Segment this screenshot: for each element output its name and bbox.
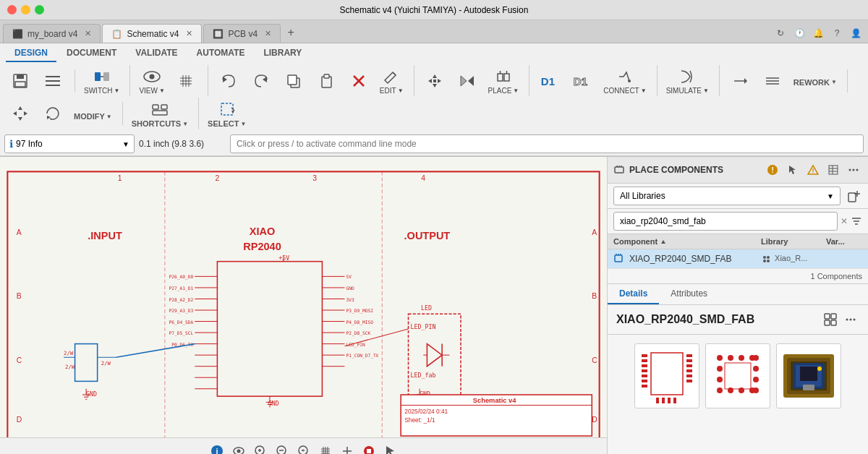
place-move-button[interactable] [419,69,451,93]
menu-tab-validate[interactable]: VALIDATE [127,45,186,62]
panel-table-icon[interactable] [825,161,842,179]
lines-icon [762,71,783,91]
tab-bar: ⬛ my_board v4 ✕ 📋 Schematic v4 ✕ 🔲 PCB v… [0,20,868,43]
tab-my-board[interactable]: ⬛ my_board v4 ✕ [3,24,101,43]
place-mirror-button[interactable] [451,69,483,93]
svg-rect-229 [686,374,692,377]
add-tab-button[interactable]: + [282,24,299,41]
canvas-stop-button[interactable] [361,443,377,455]
canvas-grid-button[interactable] [318,443,333,455]
simulate-label: SIMULATE ▼ [666,87,709,95]
tab-pcb[interactable]: 🔲 PCB v4 ✕ [203,24,281,43]
user-icon[interactable]: 👤 [849,27,862,40]
svg-rect-53 [221,103,233,115]
detail-grid-icon[interactable] [822,311,839,328]
search-settings-icon[interactable] [851,215,862,227]
command-input[interactable] [230,134,864,153]
copy-button[interactable] [278,69,310,93]
connect-button[interactable]: CONNECT ▼ [599,65,650,96]
help-icon[interactable]: ? [830,27,843,40]
grid-toggle-button[interactable] [170,69,202,93]
svg-text:D1: D1 [574,74,587,87]
modify-button[interactable]: MODIFY ▼ [69,105,116,122]
svg-rect-52 [153,111,167,115]
panel-more-icon[interactable] [845,161,862,179]
tab-pcb-close[interactable]: ✕ [265,29,271,38]
redo-button[interactable] [245,69,277,93]
clock-icon[interactable]: 🕐 [793,27,806,40]
menu-tab-design[interactable]: DESIGN [6,45,56,62]
tab-schematic[interactable]: 📋 Schematic v4 ✕ [102,24,202,43]
toolbar-group-shortcuts: SHORTCUTS ▼ [127,98,199,129]
canvas-eye-button[interactable] [231,443,247,455]
canvas-info-button[interactable]: i [209,443,225,455]
move-all-button[interactable] [4,102,36,125]
search-clear-button[interactable]: ✕ [841,216,848,226]
canvas-plus-button[interactable] [339,443,355,455]
view-button[interactable]: VIEW ▼ [135,65,169,96]
canvas-zoom-in-button[interactable] [252,443,268,455]
simulate-button[interactable]: SIMULATE ▼ [662,65,713,96]
select-button[interactable]: SELECT ▼ [203,98,250,129]
toolbar-group-select: SELECT ▼ [203,98,256,129]
maximize-button[interactable] [35,5,44,14]
close-button[interactable] [7,5,17,14]
rework-caret: ▼ [831,79,837,85]
canvas-cursor-button[interactable] [383,443,399,455]
rework-button[interactable]: REWORK ▼ [789,74,841,88]
panel-error-icon[interactable]: ! [764,161,781,179]
switch-button[interactable]: SWITCH ▼ [80,65,124,96]
refresh-button[interactable] [37,102,69,125]
minimize-button[interactable] [21,5,30,14]
rework-arrow-button[interactable] [724,69,756,93]
filter-row: All Libraries ▼ [608,184,868,209]
component-table-row[interactable]: XIAO_RP2040_SMD_FAB Xiao_R... [608,249,868,269]
notification-icon[interactable]: 🔔 [812,27,825,40]
canvas-area[interactable]: A B C D A B C D 1 2 3 4 1 2 3 4 .INPUT X… [0,157,608,454]
menu-tab-automate[interactable]: AUTOMATE [188,45,254,62]
tab-my-board-close[interactable]: ✕ [85,29,91,38]
svg-rect-6 [95,72,101,81]
connect-d1-button[interactable]: D1 [534,69,566,93]
connect-d1-outline-button[interactable]: D1 [566,69,598,93]
svg-point-156 [237,449,240,453]
delete-button[interactable] [343,69,375,93]
detail-more-icon[interactable] [842,311,859,328]
tab-details[interactable]: Details [608,284,659,304]
undo-button[interactable] [213,69,244,93]
tab-attributes[interactable]: Attributes [659,284,719,304]
menu-tab-document[interactable]: DOCUMENT [58,45,125,62]
menu-dropdown-button[interactable] [37,69,69,93]
redo-icon [251,71,271,91]
svg-text:D1: D1 [541,74,555,87]
svg-point-241 [753,366,759,372]
severity-dropdown[interactable]: ℹ 97 Info ▼ [4,134,135,153]
place-button[interactable]: PLACE ▼ [484,65,524,96]
library-filter-label: All Libraries [620,191,665,201]
svg-marker-134 [427,344,442,367]
menu-tabs: DESIGN DOCUMENT VALIDATE AUTOMATE LIBRAR… [0,43,868,62]
svg-rect-224 [651,353,683,395]
right-panel-icons: ! ! [764,161,862,179]
canvas-zoom-out-button[interactable] [274,443,290,455]
library-filter-dropdown[interactable]: All Libraries ▼ [613,187,841,205]
menu-tab-library[interactable]: LIBRARY [255,45,310,62]
shortcuts-button[interactable]: SHORTCUTS ▼ [127,98,192,129]
svg-rect-33 [498,74,503,81]
svg-line-25 [393,72,396,75]
tab-schematic-close[interactable]: ✕ [186,29,192,38]
panel-warning-icon[interactable]: ! [804,161,822,179]
refresh-icon[interactable]: ↻ [774,27,787,40]
add-library-icon[interactable] [845,187,862,205]
save-button[interactable] [4,69,36,93]
rework-lines-button[interactable] [757,69,788,93]
paste-button[interactable] [310,69,342,93]
panel-cursor-icon[interactable] [784,161,801,179]
svg-rect-213 [831,320,836,325]
edit-button[interactable]: EDIT ▼ [375,65,408,96]
schematic-canvas: A B C D A B C D 1 2 3 4 1 2 3 4 .INPUT X… [0,157,607,454]
svg-rect-217 [642,354,647,357]
component-search-input[interactable] [613,212,838,231]
canvas-fit-button[interactable] [296,443,312,455]
window-controls[interactable] [7,5,44,14]
